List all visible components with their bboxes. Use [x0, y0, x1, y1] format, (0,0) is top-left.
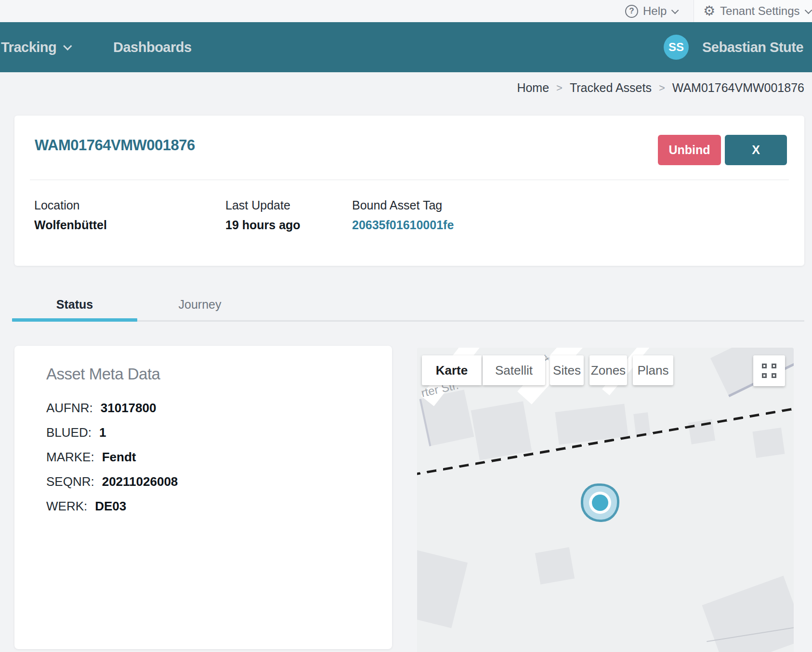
nav-tracking-label: Tracking	[1, 39, 56, 55]
fullscreen-button[interactable]	[753, 355, 785, 386]
field-last-update-value: 19 hours ago	[225, 218, 301, 232]
meta-value: Fendt	[102, 450, 136, 465]
meta-label: WERK:	[46, 499, 87, 514]
field-location-value: Wolfenbüttel	[34, 218, 107, 232]
map-building	[752, 428, 785, 458]
tenant-settings-label: Tenant Settings	[720, 4, 799, 18]
field-bound-asset-tag-label: Bound Asset Tag	[352, 198, 454, 212]
meta-value: 1	[99, 425, 106, 440]
breadcrumb-separator: >	[659, 82, 665, 94]
meta-value: 20211026008	[102, 474, 178, 489]
help-label: Help	[643, 4, 667, 18]
chevron-down-icon	[63, 41, 72, 50]
fullscreen-icon	[762, 364, 776, 378]
asset-card: WAM01764VMW001876 Unbind X Location Wolf…	[14, 116, 804, 266]
user-menu[interactable]: SS Sebastian Stute	[664, 22, 812, 72]
meta-card-title: Asset Meta Data	[46, 365, 160, 383]
meta-row: MARKE: Fendt	[46, 450, 136, 465]
meta-value: 31017800	[101, 401, 157, 416]
help-icon: ?	[625, 5, 638, 18]
avatar: SS	[664, 35, 689, 60]
navbar: Tracking Dashboards SS Sebastian Stute	[0, 22, 812, 72]
meta-label: MARKE:	[46, 450, 94, 465]
tab-journey[interactable]: Journey	[137, 298, 262, 312]
plans-button[interactable]: Plans	[633, 355, 673, 385]
meta-card: Asset Meta Data AUFNR: 31017800 BLUED: 1…	[14, 346, 392, 649]
close-button[interactable]: X	[725, 135, 787, 165]
meta-value: DE03	[95, 499, 126, 514]
map-type-karte-button[interactable]: Karte	[422, 355, 482, 385]
meta-row: SEQNR: 20211026008	[46, 474, 178, 489]
tabs: Status Journey	[12, 295, 804, 324]
meta-label: BLUED:	[46, 425, 92, 440]
tab-active-indicator	[12, 318, 137, 322]
breadcrumb-item-home[interactable]: Home	[517, 81, 549, 95]
tenant-settings-button[interactable]: ⚙ Tenant Settings	[703, 0, 810, 22]
asset-tag-link[interactable]: 20635f01610001fe	[352, 218, 454, 232]
card-divider	[30, 180, 789, 180]
unbind-button[interactable]: Unbind	[658, 135, 721, 165]
map-building	[471, 401, 532, 460]
field-location: Location Wolfenbüttel	[34, 198, 107, 232]
field-location-label: Location	[34, 198, 107, 212]
user-name: Sebastian Stute	[702, 39, 803, 55]
zones-button[interactable]: Zones	[589, 355, 627, 385]
field-bound-asset-tag: Bound Asset Tag 20635f01610001fe	[352, 198, 454, 232]
breadcrumb: Home > Tracked Assets > WAM01764VMW00187…	[517, 81, 804, 95]
meta-row: WERK: DE03	[46, 499, 126, 514]
breadcrumb-item-current: WAM01764VMW001876	[672, 81, 804, 95]
chevron-down-icon	[671, 6, 679, 14]
topbar: ? Help ⚙ Tenant Settings	[0, 0, 812, 22]
meta-row: BLUED: 1	[46, 425, 106, 440]
meta-label: AUFNR:	[46, 401, 93, 416]
gear-icon: ⚙	[703, 4, 715, 18]
meta-row: AUFNR: 31017800	[46, 401, 156, 416]
field-last-update-label: Last Update	[225, 198, 301, 212]
nav-tracking-menu[interactable]: Tracking	[1, 22, 69, 72]
tab-status[interactable]: Status	[12, 298, 137, 312]
map-marker-dot	[592, 495, 608, 511]
sites-button[interactable]: Sites	[550, 355, 584, 385]
help-button[interactable]: ? Help	[625, 0, 677, 22]
field-last-update: Last Update 19 hours ago	[225, 198, 301, 232]
nav-dashboards[interactable]: Dashboards	[113, 22, 192, 72]
meta-label: SEQNR:	[46, 474, 94, 489]
map-type-satellit-button[interactable]: Satellit	[483, 355, 545, 385]
breadcrumb-separator: >	[556, 82, 563, 94]
breadcrumb-item-tracked-assets[interactable]: Tracked Assets	[570, 81, 652, 95]
map[interactable]: rter Str. rt Karte Satellit Sites Zones …	[417, 348, 794, 652]
map-building	[417, 549, 468, 628]
asset-title: WAM01764VMW001876	[35, 137, 195, 154]
nav-dashboards-label: Dashboards	[113, 39, 192, 55]
map-building	[535, 547, 575, 585]
